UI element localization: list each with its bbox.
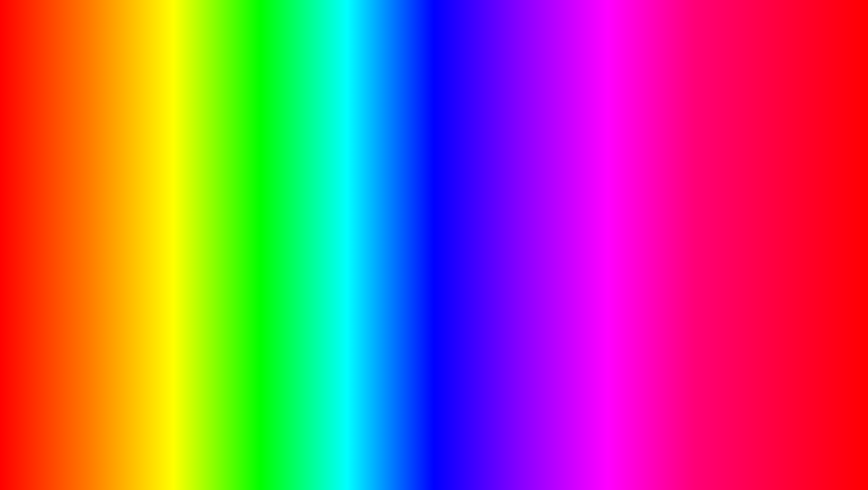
subtitle-number: 20 [310,414,370,476]
buy-icon: 🛒 [278,272,285,279]
sidebar-eps-raid-label: EPS-Raid [288,258,312,265]
user-name: Sky [291,297,304,302]
sidebar-buy-label: Buy Item [288,273,309,279]
char-legs [136,305,181,395]
character [86,192,230,440]
eps-raid-icon: ⚔️ [278,258,285,265]
sidebar-item-devilfruit[interactable]: ⚙️ DevilFruit [273,240,329,254]
wheel-icon: ⚓ [767,377,794,404]
sidebar-item-buy-item[interactable]: 🛒 Buy Item [273,269,329,283]
sidebar-teleport-label: Teleport [288,215,307,222]
sidebar-bottom: Sky #3908 [273,292,493,311]
method-section-title: Method [335,210,488,215]
auto-farm-checkbox[interactable] [481,254,488,261]
auto-superhuman-label: Auto Superhuman [335,285,379,291]
sidebar-players-label: Players [288,230,306,236]
logo-bottom-right: 💀 ⚓ BLOX FRUITS [710,359,827,458]
gui-behind-title-text: Blox Fruit [341,127,371,134]
teleport-raidlab-checkbox[interactable] [580,146,587,153]
logo-fruits-text: FRUITS [741,425,795,440]
logo-icon-area: 💀 ⚓ [743,377,794,404]
user-info: Sky #3908 [291,297,304,307]
title-area: BLOX FRUITS [5,14,863,95]
gui-behind-section: EPS-Raid [561,127,587,134]
character-body [109,206,208,440]
char-head [140,206,176,237]
stats-icon: 📈 [278,200,285,207]
item7-checkbox[interactable] [580,239,587,246]
logo-ox: OX [767,406,792,424]
logo-scroll-inner: 💀 ⚓ BLOX FRUITS [719,368,818,449]
method-dropdown-arrow-icon: ▲ [478,222,483,227]
refresh-weapon-button[interactable]: Refresh Weapon [335,235,488,249]
subtitle-script: SCRIPT [379,422,535,468]
logo-bg: 💀 ⚓ BLOX FRUITS [714,363,822,453]
auto-farm-row: Auto Farm [335,251,488,263]
item3-checkbox[interactable] [580,176,587,183]
sidebar-item-players[interactable]: 👤 Players [273,226,329,240]
teleport-icon: 📍 [278,215,285,222]
free-badge: FREE NO KEY!! [291,130,424,205]
title-blox: BLOX [152,9,386,100]
sidebar-item-teleport[interactable]: 📍 Teleport [273,211,329,226]
item4-checkbox[interactable] [580,191,587,198]
skull-icon: 💀 [743,379,765,401]
auto-superhuman-checkbox[interactable] [481,285,488,291]
title-fruits: FRUITS [411,9,716,100]
behind-dropdown-arrow-icon: ▼ [577,223,582,228]
behind-dropdown[interactable]: ▼ [506,220,587,232]
sidebar-user: Sky #3908 [273,292,493,311]
item2-checkbox[interactable] [580,161,587,168]
subtitle-update: UPDATE [111,419,301,471]
logo-blox-text: BLOX [744,406,792,424]
logo-text: BLOX [744,406,792,425]
redeem-exp-button[interactable]: Redeem Exp Code [335,266,488,279]
main-container: BLOX FRUITS FREE NO KEY!! Blox Fruit EPS… [0,0,868,490]
user-avatar [278,296,289,307]
background-scene: BLOX FRUITS FREE NO KEY!! Blox Fruit EPS… [5,5,863,485]
item5-checkbox[interactable] [580,205,587,213]
auto-farm-label: Auto Farm [335,254,360,261]
logo-bl: BL [744,406,767,424]
sidebar-item-eps-raid[interactable]: ⚔️ EPS-Raid [273,254,329,269]
method-dropdown[interactable]: Level [Quest] ▲ [335,218,488,231]
players-icon: 👤 [278,229,285,236]
sidebar-devilfruit-label: DevilFruit [288,244,311,250]
char-torso [134,235,183,307]
home-icon: 🏠 [278,186,285,193]
method-dropdown-value: Level [Quest] [340,221,372,227]
title-blox-fruits: BLOX FRUITS [5,14,863,95]
user-tag: #3908 [291,302,304,307]
bg-sphere [728,125,818,215]
devilfruit-icon: ⚙️ [278,244,285,250]
weapon-dropdown-arrow-icon: ▼ [478,197,483,202]
